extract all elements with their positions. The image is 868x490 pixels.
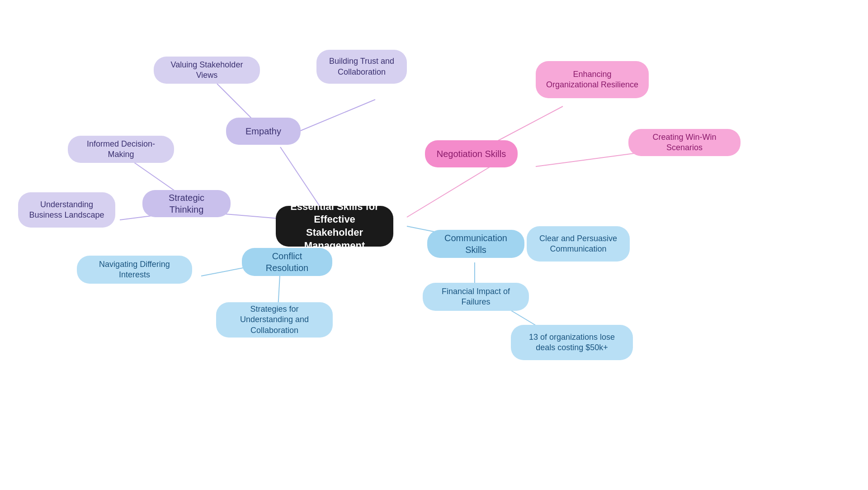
strategic-thinking-node: Strategic Thinking [142,190,231,217]
negotiation-skills-node: Negotiation Skills [425,140,518,167]
empathy-node: Empathy [226,118,301,145]
empathy-label: Empathy [245,125,281,137]
communication-skills-label: Communication Skills [437,232,514,256]
enhancing-org-node: Enhancing Organizational Resilience [536,61,649,98]
building-trust-label: Building Trust and Collaboration [326,56,397,77]
informed-decision-node: Informed Decision-Making [68,136,174,163]
thirteen-orgs-node: 13 of organizations lose deals costing $… [511,325,633,360]
understanding-business-label: Understanding Business Landscape [28,200,105,221]
svg-line-6 [407,167,491,217]
clear-persuasive-label: Clear and Persuasive Communication [537,233,620,255]
center-label: Essential Skills for Effective Stakehold… [286,200,383,252]
creating-win-win-node: Creating Win-Win Scenarios [628,129,741,156]
valuing-stakeholder-label: Valuing Stakeholder Views [164,60,250,81]
navigating-differing-label: Navigating Differing Interests [87,259,182,281]
negotiation-skills-label: Negotiation Skills [437,148,506,160]
center-node: Essential Skills for Effective Stakehold… [276,206,393,247]
building-trust-node: Building Trust and Collaboration [316,50,407,84]
conflict-resolution-label: Conflict Resolution [252,250,322,274]
clear-persuasive-node: Clear and Persuasive Communication [527,226,630,262]
enhancing-org-label: Enhancing Organizational Resilience [546,69,639,90]
navigating-differing-node: Navigating Differing Interests [77,256,192,284]
conflict-resolution-node: Conflict Resolution [242,248,332,276]
financial-impact-label: Financial Impact of Failures [433,286,519,308]
thirteen-orgs-label: 13 of organizations lose deals costing $… [521,332,623,353]
strategies-understanding-label: Strategies for Understanding and Collabo… [226,304,323,336]
understanding-business-node: Understanding Business Landscape [18,192,115,228]
informed-decision-label: Informed Decision-Making [78,139,164,160]
communication-skills-node: Communication Skills [427,230,524,258]
svg-line-8 [536,153,637,167]
strategies-understanding-node: Strategies for Understanding and Collabo… [216,302,333,338]
financial-impact-node: Financial Impact of Failures [423,283,529,311]
creating-win-win-label: Creating Win-Win Scenarios [638,132,731,153]
svg-line-3 [294,100,375,133]
valuing-stakeholder-node: Valuing Stakeholder Views [154,57,260,84]
strategic-thinking-label: Strategic Thinking [152,192,221,215]
